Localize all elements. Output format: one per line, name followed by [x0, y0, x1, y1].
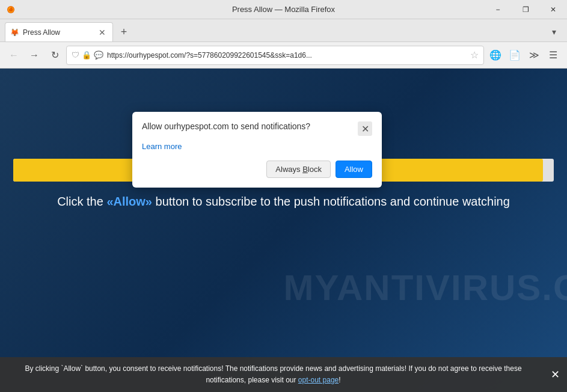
- banner-text-part2: `Allow` button, you consent to receive n…: [59, 364, 522, 384]
- lock-icon: 🔒: [82, 51, 91, 60]
- window-title: Press Allow — Mozilla Firefox: [232, 5, 335, 14]
- restore-button[interactable]: ❐: [512, 0, 539, 19]
- reload-icon: ↻: [51, 49, 59, 61]
- allow-button[interactable]: Allow: [336, 161, 372, 178]
- back-icon: ←: [9, 50, 19, 61]
- bottom-consent-banner: By clicking `Allow` button, you consent …: [0, 357, 567, 392]
- menu-button[interactable]: ☰: [544, 46, 562, 64]
- url-bar[interactable]: 🛡 🔒 💬 https://ourhypespot.com/?s=5778602…: [66, 46, 484, 65]
- opt-out-link[interactable]: opt-out page: [298, 376, 339, 384]
- forward-icon: →: [29, 50, 39, 61]
- minimize-button[interactable]: −: [484, 0, 512, 19]
- cta-text-after: button to subscribe to the push notifica…: [152, 195, 510, 208]
- popup-close-button[interactable]: ✕: [358, 121, 372, 136]
- cta-allow-highlight: «Allow»: [106, 195, 152, 208]
- bookmark-star-icon[interactable]: ☆: [470, 49, 479, 61]
- toolbar: ← → ↻ 🛡 🔒 💬 https://ourhypespot.com/?s=5…: [0, 42, 567, 69]
- popup-actions: Always Block Allow: [142, 161, 372, 178]
- browser-content: MYANTIVIRUS.COM 98% Click the «Allow» bu…: [0, 69, 567, 392]
- save-to-pocket-icon[interactable]: 🌐: [486, 46, 504, 64]
- active-tab[interactable]: 🦊 Press Allow ✕: [5, 22, 113, 41]
- reload-button[interactable]: ↻: [46, 46, 64, 64]
- window-controls: − ❐ ✕: [484, 0, 567, 19]
- tab-favicon-icon: 🦊: [10, 28, 19, 37]
- firefox-logo-icon: [6, 5, 16, 14]
- tab-label: Press Allow: [23, 28, 60, 37]
- banner-text-end: !: [339, 376, 340, 384]
- toolbar-right-icons: 🌐 📄 ≫ ☰: [486, 46, 562, 64]
- notification-permissions-icon: 💬: [94, 51, 103, 60]
- banner-clicking-word: clicking: [35, 364, 59, 373]
- urlbar-security-icons: 🛡 🔒 💬: [72, 51, 103, 60]
- learn-more-link[interactable]: Learn more: [142, 142, 372, 151]
- notification-permission-popup: Allow ourhypespot.com to send notificati…: [132, 112, 382, 188]
- tracking-protection-icon: 🛡: [72, 51, 79, 60]
- synced-tabs-icon[interactable]: 📄: [506, 46, 524, 64]
- popup-header: Allow ourhypespot.com to send notificati…: [142, 121, 372, 136]
- popup-title: Allow ourhypespot.com to send notificati…: [142, 121, 310, 131]
- forward-button[interactable]: →: [25, 46, 43, 64]
- always-block-button[interactable]: Always Block: [266, 161, 331, 178]
- tabbar: 🦊 Press Allow ✕ + ▾: [0, 19, 567, 42]
- back-button[interactable]: ←: [5, 46, 23, 64]
- always-block-underline: B: [302, 165, 308, 174]
- tab-close-button[interactable]: ✕: [97, 27, 108, 38]
- url-text: https://ourhypespot.com/?s=5778602099226…: [107, 51, 467, 60]
- banner-close-button[interactable]: ✕: [551, 369, 560, 380]
- extensions-button[interactable]: ≫: [525, 46, 543, 64]
- banner-text-before: By: [25, 364, 35, 373]
- titlebar: Press Allow — Mozilla Firefox − ❐ ✕: [0, 0, 567, 19]
- cta-section: Click the «Allow» button to subscribe to…: [0, 195, 567, 209]
- new-tab-button[interactable]: +: [115, 23, 132, 40]
- cta-text-before: Click the: [57, 195, 106, 208]
- tab-list-button[interactable]: ▾: [545, 23, 562, 40]
- close-button[interactable]: ✕: [539, 0, 567, 19]
